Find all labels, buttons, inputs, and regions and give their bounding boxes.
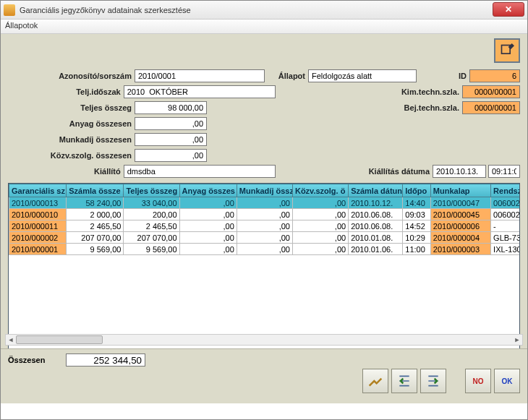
cell[interactable]: 2010/000001 xyxy=(9,244,67,255)
col-header[interactable]: Munkalap xyxy=(430,184,490,197)
cell[interactable]: 2010/000047 xyxy=(430,197,490,209)
cell[interactable]: 207 070,00 xyxy=(67,232,124,244)
scroll-thumb[interactable] xyxy=(16,335,103,344)
data-grid[interactable]: Garanciális szSzámla összeTeljes összegA… xyxy=(9,184,520,255)
cell[interactable]: ,00 xyxy=(292,244,348,255)
ok-label: OK xyxy=(502,377,513,385)
input-anyag[interactable] xyxy=(135,117,207,130)
cell[interactable]: IXL-130 xyxy=(491,244,520,255)
cell[interactable]: 2010/000045 xyxy=(430,209,490,220)
cell[interactable]: ,00 xyxy=(179,209,237,220)
cell[interactable]: ,00 xyxy=(237,232,292,244)
cell[interactable]: 200,00 xyxy=(124,209,179,220)
cell[interactable]: 2010.06.08. xyxy=(349,209,403,220)
cell[interactable]: GLB-73 xyxy=(491,232,520,244)
input-azon[interactable] xyxy=(135,69,265,82)
close-button[interactable]: ✕ xyxy=(493,2,524,17)
export-button[interactable] xyxy=(420,369,446,393)
cell[interactable]: ,00 xyxy=(292,209,348,220)
edit-button[interactable] xyxy=(494,38,520,63)
menu-allapotok[interactable]: Állapotok xyxy=(5,21,38,30)
cell[interactable]: 2 465,50 xyxy=(67,220,124,232)
cell[interactable]: 9 569,00 xyxy=(67,244,124,255)
cell[interactable]: 207 070,00 xyxy=(124,232,179,244)
col-header[interactable]: Anyag összes xyxy=(179,184,237,197)
import-button[interactable] xyxy=(391,369,417,393)
cell[interactable]: 09:03 xyxy=(403,209,431,220)
cell[interactable]: 11:00 xyxy=(403,244,431,255)
input-telj[interactable] xyxy=(124,85,276,98)
no-button[interactable]: NO xyxy=(465,369,491,393)
label-kim: Kim.techn.szla. xyxy=(390,87,462,96)
cell[interactable]: ,00 xyxy=(237,220,292,232)
scroll-right-icon[interactable]: ► xyxy=(512,335,522,345)
input-bej[interactable] xyxy=(462,101,520,114)
cell[interactable]: 10:29 xyxy=(403,232,431,244)
col-header[interactable]: Teljes összeg xyxy=(124,184,179,197)
cell[interactable]: 2010/000011 xyxy=(9,220,67,232)
scroll-left-icon[interactable]: ◄ xyxy=(6,335,16,345)
cell[interactable]: - xyxy=(491,220,520,232)
input-munkadij[interactable] xyxy=(135,133,207,146)
cell[interactable]: 2010/000013 xyxy=(9,197,67,209)
cell[interactable]: 14:40 xyxy=(403,197,431,209)
input-id[interactable] xyxy=(469,69,520,82)
col-header[interactable]: Számla dátun xyxy=(349,184,403,197)
cell[interactable]: ,00 xyxy=(237,197,292,209)
cell[interactable]: 58 240,00 xyxy=(67,197,124,209)
input-kiallito[interactable] xyxy=(124,165,276,178)
input-teljes[interactable] xyxy=(135,101,207,114)
cell[interactable]: 2010/000003 xyxy=(430,244,490,255)
cell[interactable]: ,00 xyxy=(237,209,292,220)
cell[interactable]: ,00 xyxy=(179,244,237,255)
input-kim[interactable] xyxy=(462,85,520,98)
cell[interactable]: 33 040,00 xyxy=(124,197,179,209)
label-anyag: Anyag összesen xyxy=(8,119,135,128)
table-row[interactable]: 2010/0000102 000,00200,00,00,00,002010.0… xyxy=(9,209,521,220)
cell[interactable]: ,00 xyxy=(292,197,348,209)
cell[interactable]: ,00 xyxy=(292,232,348,244)
table-row[interactable]: 2010/00001358 240,0033 040,00,00,00,0020… xyxy=(9,197,521,209)
label-telj: Telj.időszak xyxy=(8,87,124,96)
input-kiall-time[interactable] xyxy=(488,165,520,178)
input-kozv[interactable] xyxy=(135,149,207,162)
cell[interactable]: 2010.01.06. xyxy=(349,244,403,255)
cell[interactable]: 006002 xyxy=(491,197,520,209)
cell[interactable]: 006002 xyxy=(491,209,520,220)
cell[interactable]: 2010/000004 xyxy=(430,232,490,244)
cell[interactable]: ,00 xyxy=(179,220,237,232)
col-header[interactable]: Időpo xyxy=(403,184,431,197)
table-row[interactable]: 2010/0000019 569,009 569,00,00,00,002010… xyxy=(9,244,521,255)
label-kiall-datum: Kiállítás dátuma xyxy=(360,167,433,176)
col-header[interactable]: Közv.szolg. ö xyxy=(292,184,348,197)
cell[interactable]: 2010/000006 xyxy=(430,220,490,232)
ok-button[interactable]: OK xyxy=(494,369,520,393)
table-row[interactable]: 2010/000002207 070,00207 070,00,00,00,00… xyxy=(9,232,521,244)
horizontal-scrollbar[interactable]: ◄ ► xyxy=(5,334,523,346)
input-allapot[interactable] xyxy=(308,69,417,82)
cell[interactable]: ,00 xyxy=(179,232,237,244)
cell[interactable]: 2 000,00 xyxy=(67,209,124,220)
cell[interactable]: 2010.10.12. xyxy=(349,197,403,209)
sum-value xyxy=(66,353,145,367)
col-header[interactable]: Munkadíj össz xyxy=(237,184,292,197)
pencil-icon xyxy=(500,43,514,58)
cell[interactable]: 2010.06.08. xyxy=(349,220,403,232)
cell[interactable]: 14:52 xyxy=(403,220,431,232)
col-header[interactable]: Garanciális sz xyxy=(9,184,67,197)
title-bar: Garanciális jegyzőkönyv adatainak szerke… xyxy=(1,1,527,20)
col-header[interactable]: Rendsz xyxy=(491,184,520,197)
cell[interactable]: 2010.01.08. xyxy=(349,232,403,244)
cell[interactable]: ,00 xyxy=(292,220,348,232)
cell[interactable]: 9 569,00 xyxy=(124,244,179,255)
label-bej: Bej.techn.szla. xyxy=(390,103,462,112)
input-kiall-datum[interactable] xyxy=(433,165,486,178)
cell[interactable]: 2010/000002 xyxy=(9,232,67,244)
cell[interactable]: 2 465,50 xyxy=(124,220,179,232)
cell[interactable]: ,00 xyxy=(179,197,237,209)
table-row[interactable]: 2010/0000112 465,502 465,50,00,00,002010… xyxy=(9,220,521,232)
col-header[interactable]: Számla össze xyxy=(67,184,124,197)
sign-button[interactable] xyxy=(362,369,388,393)
cell[interactable]: ,00 xyxy=(237,244,292,255)
cell[interactable]: 2010/000010 xyxy=(9,209,67,220)
